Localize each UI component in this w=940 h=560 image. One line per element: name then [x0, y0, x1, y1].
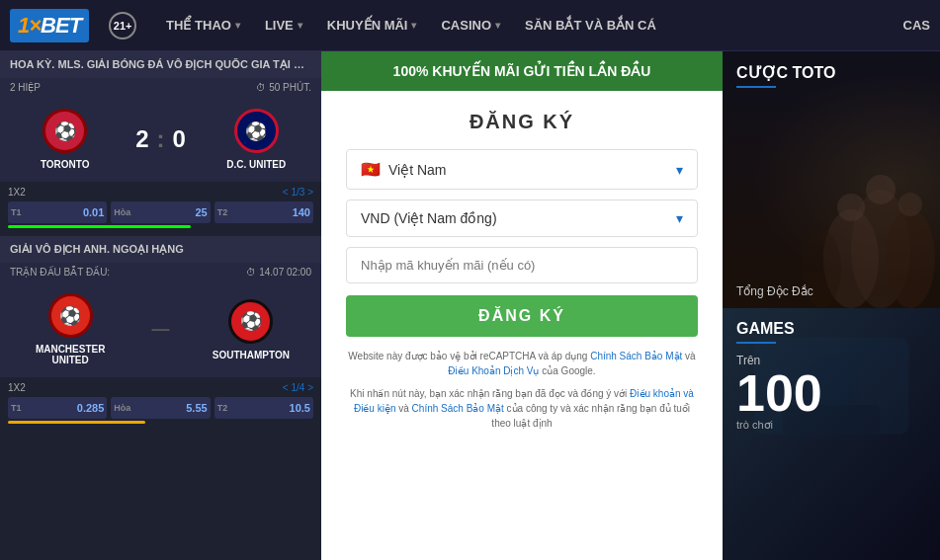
- country-select[interactable]: 🇻🇳 Việt Nam ▾: [346, 149, 698, 190]
- games-count: 100: [736, 367, 926, 419]
- terms-link[interactable]: Điều Khoản Dịch Vụ: [448, 365, 539, 376]
- main-content: HOA KỲ. MLS. GIẢI BÓNG ĐÁ VÔ ĐỊCH QUỐC G…: [0, 51, 940, 560]
- chevron-down-icon: ▾: [235, 20, 240, 31]
- center-panel: 100% KHUYẾN MÃI GỬI TIỀN LẦN ĐẦU ĐĂNG KÝ…: [321, 51, 723, 560]
- match1-progress: [8, 225, 191, 228]
- match2-odd-t1[interactable]: T1 0.285: [8, 397, 107, 419]
- svg-point-4: [866, 175, 896, 204]
- recaptcha-text: Website này được bảo vệ bởi reCAPTCHA và…: [346, 349, 698, 378]
- match-card-1: HOA KỲ. MLS. GIẢI BÓNG ĐÁ VÔ ĐỊCH QUỐC G…: [0, 51, 321, 233]
- match2-team2: ⚽ SOUTHAMPTON: [212, 299, 291, 360]
- currency-select[interactable]: VND (Việt Nam đồng) ▾: [346, 200, 698, 237]
- match2-sub: TRẬN ĐẤU BẮT ĐẦU: ⏱ 14.07 02:00: [0, 263, 321, 281]
- nav-casino[interactable]: CASINO ▾: [431, 12, 510, 39]
- chevron-down-icon: ▾: [676, 210, 683, 226]
- svg-point-5: [898, 193, 922, 216]
- chevron-down-icon: ▾: [411, 20, 416, 31]
- age-badge: 21+: [109, 12, 136, 40]
- header: 1×BET 21+ THỂ THAO ▾ LIVE ▾ KHUYẾN MÃI ▾…: [0, 0, 940, 51]
- register-box: ĐĂNG KÝ 🇻🇳 Việt Nam ▾ VND (Việt Nam đồng…: [321, 91, 723, 560]
- match1-sub: 2 HIỆP ⏱ 50 PHÚT.: [0, 78, 321, 97]
- toronto-logo: ⚽: [43, 109, 87, 153]
- match2-odds: 1X2 < 1/4 > T1 0.285 Hòa 5.55 T2 10.5: [0, 377, 321, 429]
- terms-text: Khi nhấn nút này, bạn xác nhận rằng bạn …: [346, 386, 698, 431]
- match2-competition: GIẢI VÔ ĐỊCH ANH. NGOẠI HẠNG: [10, 243, 311, 256]
- games-section: GAMES Trên 100 trò chơi: [723, 308, 940, 560]
- toto-label: Tổng Độc Đắc: [736, 284, 813, 298]
- country-flag: 🇻🇳: [361, 160, 381, 179]
- match2-odd-draw[interactable]: Hòa 5.55: [111, 397, 210, 419]
- match2-teams: ⚽ MANCHESTER UNITED — ⚽ SOUTHAMPTON: [0, 281, 321, 377]
- promo-code-input[interactable]: [346, 247, 698, 283]
- match1-timer: ⏱ 50 PHÚT.: [256, 82, 311, 93]
- right-panel: CƯỢC TOTO Tổng Độc Đắc GAMES Trên 100 tr…: [723, 51, 940, 560]
- country-label: Việt Nam: [388, 162, 676, 178]
- privacy-link[interactable]: Chính Sách Bảo Mật: [590, 351, 682, 361]
- games-title: GAMES: [736, 320, 926, 338]
- match1-odd-draw[interactable]: Hòa 25: [111, 201, 210, 223]
- crowd-svg: [723, 130, 940, 308]
- chevron-down-icon: ▾: [495, 20, 500, 31]
- toto-section: CƯỢC TOTO Tổng Độc Đắc: [723, 51, 940, 308]
- nav-cas[interactable]: CAS: [903, 18, 930, 33]
- chevron-down-icon: ▾: [298, 20, 302, 31]
- main-nav: THỂ THAO ▾ LIVE ▾ KHUYẾN MÃI ▾ CASINO ▾ …: [156, 12, 883, 39]
- svg-point-1: [886, 209, 935, 308]
- match1-period: 2 HIỆP: [10, 82, 41, 93]
- match2-odds-buttons: T1 0.285 Hòa 5.55 T2 10.5: [8, 397, 313, 419]
- match2-odd-t2[interactable]: T2 10.5: [214, 397, 313, 419]
- match2-team1-name: MANCHESTER UNITED: [31, 344, 110, 365]
- games-sublabel: trò chơi: [736, 419, 926, 432]
- match1-odds-buttons: T1 0.01 Hòa 25 T2 140: [8, 201, 313, 223]
- nav-live[interactable]: LIVE ▾: [255, 12, 312, 39]
- chevron-down-icon: ▾: [676, 162, 683, 178]
- games-divider: [736, 342, 776, 344]
- manu-logo: ⚽: [48, 293, 93, 338]
- toto-divider: [736, 86, 776, 88]
- logo-text: 1: [18, 13, 29, 38]
- logo[interactable]: 1×BET: [10, 9, 89, 42]
- match1-odds: 1X2 < 1/3 > T1 0.01 Hòa 25 T2 140: [0, 182, 321, 233]
- match2-progress: [8, 421, 145, 424]
- nav-fishing[interactable]: SĂN BẮT VÀ BẮN CÁ: [515, 12, 666, 39]
- match1-team1-name: TORONTO: [41, 159, 90, 170]
- match1-teams: ⚽ TORONTO 2 : 0 ⚽ D.C. UNITED: [0, 97, 321, 182]
- match1-team2: ⚽ D.C. UNITED: [216, 109, 296, 170]
- match2-timer: ⏱ 14.07 02:00: [246, 267, 311, 278]
- toto-title: CƯỢC TOTO: [723, 51, 940, 86]
- match1-team1: ⚽ TORONTO: [26, 109, 105, 170]
- match2-team2-name: SOUTHAMPTON: [213, 350, 290, 360]
- nav-sports[interactable]: THỂ THAO ▾: [156, 12, 250, 39]
- match1-odd-t2[interactable]: T2 140: [214, 201, 313, 223]
- match1-score2: 0: [172, 125, 185, 153]
- match2-vs: —: [151, 319, 169, 340]
- match-card-2: GIẢI VÔ ĐỊCH ANH. NGOẠI HẠNG TRẬN ĐẤU BẮ…: [0, 236, 321, 429]
- register-button[interactable]: ĐĂNG KÝ: [346, 295, 698, 337]
- match1-team2-name: D.C. UNITED: [226, 159, 286, 170]
- nav-promo[interactable]: KHUYẾN MÃI ▾: [317, 12, 427, 39]
- match1-odds-label: 1X2 < 1/3 >: [8, 187, 313, 201]
- left-panel: HOA KỲ. MLS. GIẢI BÓNG ĐÁ VÔ ĐỊCH QUỐC G…: [0, 51, 321, 560]
- currency-label: VND (Việt Nam đồng): [361, 210, 676, 226]
- match1-header: HOA KỲ. MLS. GIẢI BÓNG ĐÁ VÔ ĐỊCH QUỐC G…: [0, 51, 321, 78]
- privacy-policy-link[interactable]: Chính Sách Bảo Mật: [412, 403, 504, 414]
- match2-header: GIẢI VÔ ĐỊCH ANH. NGOẠI HẠNG: [0, 236, 321, 263]
- match1-score: 2 : 0: [135, 125, 186, 153]
- match1-score1: 2: [135, 125, 148, 153]
- svg-point-6: [837, 194, 865, 221]
- dc-logo: ⚽: [234, 109, 279, 153]
- match2-start-label: TRẬN ĐẤU BẮT ĐẦU:: [10, 267, 110, 278]
- promo-banner: 100% KHUYẾN MÃI GỬI TIỀN LẦN ĐẦU: [321, 51, 723, 91]
- match2-odds-label: 1X2 < 1/4 >: [8, 382, 313, 397]
- games-bg-svg: [723, 308, 940, 560]
- register-title: ĐĂNG KÝ: [346, 111, 698, 133]
- match2-team1: ⚽ MANCHESTER UNITED: [31, 293, 110, 365]
- score-divider: :: [156, 125, 164, 153]
- match1-competition: HOA KỲ. MLS. GIẢI BÓNG ĐÁ VÔ ĐỊCH QUỐC G…: [10, 58, 311, 71]
- match1-odd-t1[interactable]: T1 0.01: [8, 201, 107, 223]
- south-logo: ⚽: [228, 299, 273, 344]
